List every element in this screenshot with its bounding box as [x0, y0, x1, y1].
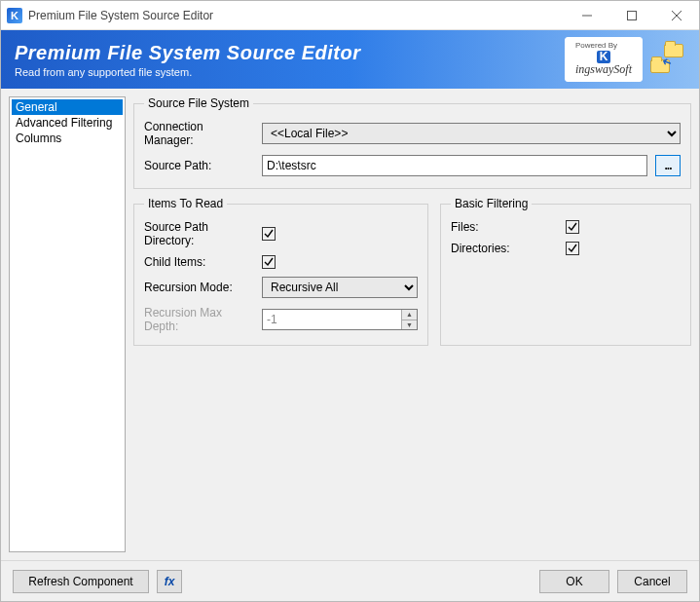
label-directories: Directories: — [451, 242, 558, 255]
checkbox-files[interactable] — [566, 220, 579, 234]
svg-rect-1 — [628, 11, 637, 19]
label-recursion-mode: Recursion Mode: — [144, 281, 254, 294]
nav-panel: General Advanced Filtering Columns — [9, 96, 126, 552]
label-connection-manager: Connection Manager: — [144, 120, 254, 147]
footer: Refresh Component fx OK Cancel — [1, 560, 699, 601]
app-icon: K — [7, 8, 22, 23]
group-items-to-read: Items To Read Source Path Directory: Chi… — [133, 197, 428, 346]
window-title: Premium File System Source Editor — [28, 9, 213, 22]
minimize-button[interactable] — [565, 1, 609, 30]
nav-item-advanced-filtering[interactable]: Advanced Filtering — [12, 115, 123, 131]
folder-icon: ➜ — [650, 42, 685, 77]
group-source-file-system: Source File System Connection Manager: <… — [133, 96, 691, 189]
checkbox-source-path-directory[interactable] — [262, 227, 276, 241]
nav-item-general[interactable]: General — [12, 99, 123, 115]
recursion-max-depth-input — [262, 309, 418, 330]
recursion-mode-select[interactable]: Recursive All — [262, 277, 418, 298]
browse-button[interactable]: ... — [655, 155, 681, 176]
label-recursion-max-depth: Recursion Max Depth: — [144, 306, 254, 333]
brand-rest: ingswaySoft — [575, 63, 632, 76]
nav-item-columns[interactable]: Columns — [12, 131, 123, 146]
banner: Premium File System Source Editor Read f… — [1, 30, 699, 89]
checkbox-directories[interactable] — [566, 242, 579, 255]
banner-subtitle: Read from any supported file system. — [15, 66, 361, 78]
close-button[interactable] — [654, 1, 699, 30]
ok-button[interactable]: OK — [539, 570, 609, 593]
banner-title: Premium File System Source Editor — [15, 42, 361, 64]
label-child-items: Child Items: — [144, 255, 254, 269]
connection-manager-select[interactable]: <<Local File>> — [262, 123, 681, 144]
recursion-max-depth-spinner: ▲ ▼ — [401, 310, 417, 329]
brand-logo: Powered By KingswaySoft — [565, 37, 643, 81]
cancel-button[interactable]: Cancel — [617, 570, 687, 593]
legend-items-to-read: Items To Read — [144, 197, 227, 210]
fx-icon: fx — [165, 575, 175, 588]
checkbox-child-items[interactable] — [262, 255, 276, 269]
legend-basic-filtering: Basic Filtering — [451, 197, 532, 210]
label-source-path: Source Path: — [144, 159, 254, 172]
main-panel: Source File System Connection Manager: <… — [133, 96, 691, 552]
refresh-component-button[interactable]: Refresh Component — [13, 570, 149, 593]
maximize-button[interactable] — [609, 1, 654, 30]
spin-up-icon: ▲ — [401, 310, 417, 320]
titlebar: K Premium File System Source Editor — [1, 1, 699, 30]
fx-button[interactable]: fx — [157, 570, 182, 593]
spin-down-icon: ▼ — [401, 320, 417, 330]
legend-source-file-system: Source File System — [144, 96, 253, 110]
label-source-path-directory: Source Path Directory: — [144, 220, 254, 247]
group-basic-filtering: Basic Filtering Files: Directories: — [440, 197, 691, 346]
label-files: Files: — [451, 220, 558, 234]
source-path-input[interactable] — [262, 155, 647, 176]
